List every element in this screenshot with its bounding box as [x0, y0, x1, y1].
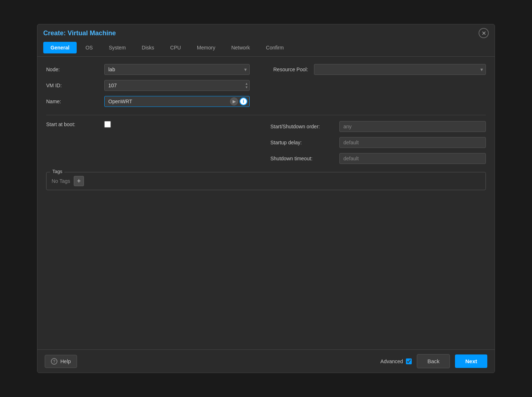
- no-tags-text: No Tags: [52, 178, 70, 184]
- left-bottom-form: Start at boot:: [46, 121, 262, 169]
- start-at-boot-row: Start at boot:: [46, 121, 262, 128]
- vmid-increment[interactable]: ▲: [245, 82, 248, 85]
- name-arrow-icon[interactable]: ▶: [230, 97, 238, 105]
- node-row: Node: lab: [46, 64, 259, 75]
- node-label: Node:: [46, 67, 104, 72]
- right-bottom-form: Start/Shutdown order: Startup delay: Shu…: [270, 121, 486, 169]
- help-label: Help: [60, 358, 71, 364]
- tab-network[interactable]: Network: [224, 42, 257, 53]
- tags-section: Tags No Tags +: [46, 172, 486, 190]
- next-button[interactable]: Next: [455, 354, 487, 368]
- form-content: Node: lab VM ID: ▲ ▼: [37, 57, 495, 349]
- help-icon: ?: [51, 358, 57, 365]
- startup-delay-input-wrap: [339, 137, 486, 148]
- shutdown-timeout-input[interactable]: [339, 153, 486, 164]
- name-input[interactable]: [104, 96, 250, 107]
- dialog-footer: ? Help Advanced Back Next: [37, 349, 495, 373]
- startup-delay-input[interactable]: [339, 137, 486, 148]
- start-shutdown-input-wrap: [339, 121, 486, 132]
- create-vm-dialog: Create: Virtual Machine ✕ General OS Sys…: [37, 24, 495, 373]
- name-input-wrapper: ▶ i: [104, 96, 250, 107]
- close-button[interactable]: ✕: [479, 28, 489, 38]
- tab-memory[interactable]: Memory: [190, 42, 223, 53]
- start-at-boot-label: Start at boot:: [46, 121, 104, 127]
- footer-right: Advanced Back Next: [380, 354, 487, 368]
- bottom-form: Start at boot: Start/Shutdown order:: [46, 121, 486, 169]
- name-label: Name:: [46, 99, 104, 104]
- vmid-row: VM ID: ▲ ▼: [46, 80, 259, 91]
- start-shutdown-input[interactable]: [339, 121, 486, 132]
- node-select[interactable]: lab: [104, 64, 250, 75]
- resource-pool-label: Resource Pool:: [273, 67, 308, 72]
- tab-cpu[interactable]: CPU: [163, 42, 188, 53]
- name-input-icons: ▶ i: [230, 97, 247, 105]
- start-shutdown-label: Start/Shutdown order:: [270, 124, 339, 129]
- tab-system[interactable]: System: [101, 42, 133, 53]
- node-select-wrapper: lab: [104, 64, 250, 75]
- shutdown-timeout-input-wrap: [339, 153, 486, 164]
- left-form: Node: lab VM ID: ▲ ▼: [46, 64, 259, 112]
- tab-disks[interactable]: Disks: [134, 42, 161, 53]
- start-shutdown-row: Start/Shutdown order:: [270, 121, 486, 132]
- shutdown-timeout-label: Shutdown timeout:: [270, 156, 339, 161]
- section-divider: [46, 115, 486, 115]
- back-button[interactable]: Back: [417, 354, 450, 368]
- advanced-checkbox-label[interactable]: Advanced: [380, 358, 412, 364]
- tab-os[interactable]: OS: [78, 42, 100, 53]
- name-row: Name: ▶ i: [46, 96, 259, 107]
- top-form-row: Node: lab VM ID: ▲ ▼: [46, 64, 486, 112]
- advanced-label-text: Advanced: [380, 358, 403, 364]
- shutdown-timeout-row: Shutdown timeout:: [270, 153, 486, 164]
- start-at-boot-control: [104, 121, 250, 128]
- startup-delay-label: Startup delay:: [270, 140, 339, 145]
- resource-pool-select-wrapper: [314, 64, 486, 75]
- tab-general[interactable]: General: [43, 42, 77, 53]
- name-info-icon[interactable]: i: [239, 97, 247, 105]
- tags-legend: Tags: [50, 169, 64, 174]
- dialog-title: Create: Virtual Machine: [43, 29, 116, 37]
- tab-confirm[interactable]: Confirm: [259, 42, 291, 53]
- advanced-checkbox[interactable]: [406, 358, 412, 364]
- vmid-decrement[interactable]: ▼: [245, 86, 248, 89]
- tags-content: No Tags +: [52, 176, 480, 186]
- vmid-input[interactable]: [104, 80, 250, 91]
- right-form-top: Resource Pool:: [273, 64, 486, 80]
- startup-delay-row: Startup delay:: [270, 137, 486, 148]
- resource-pool-select[interactable]: [314, 64, 486, 75]
- help-button[interactable]: ? Help: [45, 355, 77, 368]
- tab-bar: General OS System Disks CPU Memory Netwo…: [37, 38, 495, 53]
- start-at-boot-checkbox-label[interactable]: [104, 121, 250, 128]
- vmid-spinner-arrows: ▲ ▼: [245, 82, 248, 89]
- add-tag-button[interactable]: +: [74, 176, 84, 186]
- start-at-boot-checkbox[interactable]: [104, 121, 111, 128]
- vmid-label: VM ID:: [46, 83, 104, 88]
- dialog-header: Create: Virtual Machine ✕: [37, 24, 495, 38]
- vmid-spinner: ▲ ▼: [104, 80, 250, 91]
- resource-pool-row: Resource Pool:: [273, 64, 486, 75]
